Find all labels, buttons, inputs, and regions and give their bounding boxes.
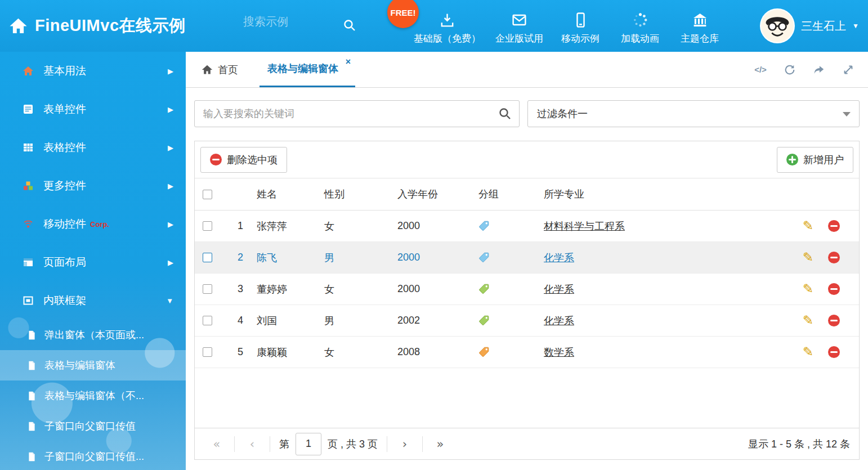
tag-icon[interactable] <box>478 284 489 294</box>
sidebar-subitem-label: 子窗口向父窗口传值... <box>44 450 144 463</box>
nav-item-label: 移动示例 <box>561 32 599 45</box>
edit-icon[interactable]: ✎ <box>803 251 813 264</box>
user-menu[interactable]: 三生石上 ▼ <box>760 0 859 52</box>
row-checkbox[interactable] <box>203 347 212 357</box>
add-user-button[interactable]: 新增用户 <box>777 147 853 173</box>
edit-icon[interactable]: ✎ <box>803 220 813 232</box>
share-icon[interactable] <box>812 62 826 77</box>
search-icon[interactable] <box>343 19 356 32</box>
tag-icon[interactable] <box>478 347 489 357</box>
tag-icon[interactable] <box>478 315 489 326</box>
brand[interactable]: FineUIMvc在线示例 <box>9 0 186 52</box>
column-header-gender[interactable]: 性别 <box>324 187 397 201</box>
minus-circle-icon <box>210 154 222 165</box>
home-logo-icon <box>9 17 28 35</box>
envelope-icon <box>511 12 527 28</box>
nav-item-theme-store[interactable]: 主题仓库 <box>670 0 730 52</box>
delete-row-icon[interactable] <box>828 315 840 326</box>
page-number-input[interactable] <box>296 433 321 455</box>
table-row[interactable]: 2 陈飞 男 2000 化学系 ✎ <box>195 242 859 274</box>
delete-row-icon[interactable] <box>828 252 840 263</box>
major-link[interactable]: 化学系 <box>544 284 574 295</box>
column-header-major[interactable]: 所学专业 <box>544 187 786 201</box>
sidebar-item-form-controls[interactable]: 表单控件 ▶ <box>0 90 186 128</box>
delete-row-icon[interactable] <box>828 283 840 295</box>
table-row[interactable]: 3 董婷婷 女 2000 化学系 ✎ <box>195 274 859 305</box>
tag-icon[interactable] <box>478 252 489 263</box>
row-number: 5 <box>223 346 257 358</box>
edit-icon[interactable]: ✎ <box>803 314 813 327</box>
table-row[interactable]: 1 张萍萍 女 2000 材料科学与工程系 ✎ <box>195 211 859 242</box>
row-number: 4 <box>223 315 257 326</box>
corp-badge: Corp. <box>90 220 109 229</box>
sidebar-item-mobile-controls[interactable]: 移动控件 Corp. ▶ <box>0 205 186 243</box>
layout-icon <box>23 257 34 268</box>
divider <box>270 436 270 452</box>
major-link[interactable]: 化学系 <box>544 315 574 326</box>
first-page-button[interactable]: « <box>204 437 230 451</box>
chevron-right-icon: ▶ <box>168 67 173 75</box>
divider <box>234 436 235 452</box>
page-number-group: 第 页 , 共 3 页 <box>279 433 378 455</box>
edit-icon[interactable]: ✎ <box>803 283 813 296</box>
row-checkbox[interactable] <box>203 316 212 325</box>
tab-label: 表格与编辑窗体 <box>267 62 338 75</box>
edit-icon[interactable]: ✎ <box>803 346 813 359</box>
refresh-icon[interactable] <box>782 62 797 77</box>
sidebar-subitem-grid-edit-window-alt[interactable]: 表格与编辑窗体（不... <box>0 381 186 411</box>
form-icon <box>23 104 34 115</box>
last-page-button[interactable]: » <box>427 437 453 451</box>
grid-panel: 删除选中项 新增用户 姓名 性别 入学年份 分组 所学专业 1 <box>194 141 860 460</box>
file-icon <box>27 391 37 401</box>
expand-icon[interactable] <box>841 62 856 77</box>
nav-item-mobile-demo[interactable]: 移动示例 <box>551 0 610 52</box>
row-checkbox[interactable] <box>203 284 212 294</box>
major-link[interactable]: 数学系 <box>544 347 574 358</box>
filter-dropdown[interactable]: 过滤条件一 <box>527 100 860 127</box>
major-link[interactable]: 材料科学与工程系 <box>544 221 625 232</box>
select-all-checkbox[interactable] <box>203 190 212 199</box>
nav-item-basic-edition[interactable]: 基础版（免费） <box>406 0 488 52</box>
sidebar-subitem-grid-edit-window[interactable]: 表格与编辑窗体 <box>0 350 186 381</box>
sidebar-subitem-child-to-parent-alt[interactable]: 子窗口向父窗口传值... <box>0 441 186 470</box>
sidebar-subitem-popup-window[interactable]: 弹出窗体（本页面或... <box>0 320 186 350</box>
delete-row-icon[interactable] <box>828 346 840 358</box>
table-empty-space <box>195 368 859 428</box>
filter-dropdown-value: 过滤条件一 <box>537 107 588 120</box>
sidebar-item-page-layout[interactable]: 页面布局 ▶ <box>0 243 186 281</box>
avatar <box>760 8 795 43</box>
table-row[interactable]: 4 刘国 男 2002 化学系 ✎ <box>195 305 859 337</box>
table-row[interactable]: 5 康颖颖 女 2008 数学系 ✎ <box>195 337 859 368</box>
sidebar-item-grid-controls[interactable]: 表格控件 ▶ <box>0 128 186 167</box>
tab-close-icon[interactable]: × <box>346 57 351 67</box>
nav-item-loading-animation[interactable]: 加载动画 <box>610 0 670 52</box>
page-label-total: 页 , 共 3 页 <box>328 437 378 451</box>
sidebar-item-basic-usage[interactable]: 基本用法 ▶ <box>0 52 186 90</box>
keyword-search-input[interactable] <box>195 101 519 127</box>
tab-grid-edit-window[interactable]: 表格与编辑窗体 × <box>259 52 355 87</box>
major-link[interactable]: 化学系 <box>544 252 574 263</box>
nav-item-enterprise-trial[interactable]: 企业版试用 <box>488 0 551 52</box>
header-search <box>242 15 357 37</box>
divider <box>422 436 423 452</box>
delete-row-icon[interactable] <box>828 220 840 232</box>
sidebar-item-more-controls[interactable]: 更多控件 ▶ <box>0 167 186 205</box>
search-icon[interactable] <box>498 107 512 120</box>
chevron-right-icon: ▶ <box>168 182 173 190</box>
next-page-button[interactable]: › <box>392 437 418 451</box>
sidebar-subitem-child-to-parent[interactable]: 子窗口向父窗口传值 <box>0 411 186 441</box>
row-number: 1 <box>223 220 257 232</box>
delete-selected-button[interactable]: 删除选中项 <box>200 147 287 173</box>
row-checkbox[interactable] <box>203 221 212 231</box>
tab-home[interactable]: 首页 <box>195 52 245 87</box>
sidebar-item-inline-frame[interactable]: 内联框架 ▼ <box>0 281 186 320</box>
column-header-year[interactable]: 入学年份 <box>397 187 476 201</box>
row-checkbox[interactable] <box>203 253 212 262</box>
column-header-group[interactable]: 分组 <box>476 187 544 201</box>
column-header-name[interactable]: 姓名 <box>257 187 324 201</box>
tag-icon[interactable] <box>478 221 489 231</box>
header-search-input[interactable] <box>242 15 334 29</box>
tab-bar: 首页 表格与编辑窗体 × </> <box>186 52 868 88</box>
prev-page-button[interactable]: ‹ <box>239 437 265 451</box>
source-code-icon[interactable]: </> <box>753 62 768 77</box>
